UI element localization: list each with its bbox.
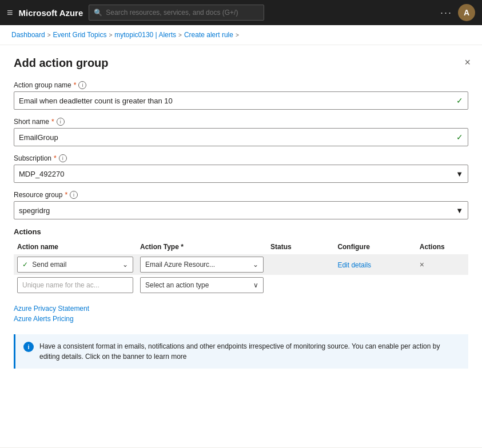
breadcrumb-sep-4: >: [236, 32, 239, 38]
col-header-configure: Configure: [334, 241, 416, 254]
empty-configure-cell: [334, 275, 416, 295]
empty-actions-cell: [416, 275, 468, 295]
privacy-links: Azure Privacy Statement Azure Alerts Pri…: [14, 305, 468, 323]
configure-cell: Edit details: [334, 254, 416, 275]
breadcrumb: Dashboard > Event Grid Topics > mytopic0…: [0, 25, 482, 45]
action-name-dropdown[interactable]: ✓ Send email ⌄: [17, 257, 133, 273]
col-header-action-type: Action Type *: [137, 241, 267, 254]
app-title: Microsoft Azure: [19, 8, 83, 18]
search-icon: 🔍: [94, 9, 102, 17]
action-group-name-input[interactable]: Email when deadletter count is greater t…: [14, 91, 468, 110]
subscription-label: Subscription * i: [14, 154, 468, 162]
actions-table: Action name Action Type * Status Configu…: [14, 241, 468, 295]
short-name-required-star: *: [51, 118, 54, 126]
resource-group-chevron-icon: ▼: [456, 206, 463, 215]
info-banner: i Have a consistent format in emails, no…: [14, 334, 468, 369]
alerts-pricing-link[interactable]: Azure Alerts Pricing: [14, 315, 468, 323]
subscription-value: MDP_492270: [19, 170, 65, 178]
privacy-statement-link[interactable]: Azure Privacy Statement: [14, 305, 468, 313]
resource-group-section: Resource group * i spegridrg ▼: [14, 191, 468, 219]
remove-action-button[interactable]: ×: [420, 260, 424, 269]
status-cell: [267, 254, 334, 275]
empty-action-name-cell: Unique name for the ac...: [14, 275, 137, 295]
top-nav: ≡ Microsoft Azure 🔍 ··· A: [0, 0, 482, 25]
action-group-name-check-icon: ✓: [456, 96, 463, 105]
action-group-name-info-icon[interactable]: i: [78, 81, 86, 89]
subscription-info-icon[interactable]: i: [59, 154, 67, 162]
action-group-name-value: Email when deadletter count is greater t…: [19, 97, 173, 105]
search-input[interactable]: [106, 9, 258, 17]
breadcrumb-sep-2: >: [109, 32, 112, 38]
empty-action-name-placeholder: Unique name for the ac...: [22, 281, 99, 289]
more-options-icon[interactable]: ···: [440, 7, 452, 19]
action-group-name-section: Action group name * i Email when deadlet…: [14, 81, 468, 110]
page-title: Add action group: [14, 57, 468, 70]
empty-action-type-dropdown[interactable]: Select an action type ∨: [140, 277, 264, 293]
info-banner-text: Have a consistent format in emails, noti…: [39, 341, 460, 362]
col-header-actions: Actions: [416, 241, 468, 254]
action-name-chevron-icon: ⌄: [122, 261, 128, 269]
empty-action-type-cell: Select an action type ∨: [137, 275, 267, 295]
empty-action-type-chevron-icon: ∨: [253, 281, 258, 289]
empty-status-cell: [267, 275, 334, 295]
main-content: Add action group × Action group name * i…: [0, 45, 482, 447]
actions-section: Actions Action name Action Type * Status…: [14, 227, 468, 295]
col-header-status: Status: [267, 241, 334, 254]
required-star: *: [74, 81, 77, 89]
resource-group-label: Resource group * i: [14, 191, 468, 199]
empty-action-type-placeholder: Select an action type: [145, 281, 209, 289]
table-row: ✓ Send email ⌄ Email Azure Resourc... ⌄: [14, 254, 468, 275]
info-banner-icon: i: [23, 342, 34, 352]
action-group-name-label: Action group name * i: [14, 81, 468, 89]
breadcrumb-sep-1: >: [47, 32, 51, 38]
short-name-input[interactable]: EmailGroup ✓: [14, 128, 468, 146]
table-row-empty: Unique name for the ac... Select an acti…: [14, 275, 468, 295]
search-bar[interactable]: 🔍: [89, 5, 264, 21]
col-header-action-name: Action name: [14, 241, 137, 254]
action-name-check-icon: ✓: [22, 261, 28, 269]
short-name-label: Short name * i: [14, 118, 468, 126]
subscription-dropdown[interactable]: MDP_492270 ▼: [14, 165, 468, 183]
breadcrumb-event-grid[interactable]: Event Grid Topics: [53, 31, 107, 39]
short-name-value: EmailGroup: [19, 133, 58, 142]
subscription-required-star: *: [54, 154, 57, 162]
breadcrumb-dashboard[interactable]: Dashboard: [11, 31, 45, 39]
empty-action-name-input[interactable]: Unique name for the ac...: [17, 277, 133, 293]
actions-section-label: Actions: [14, 227, 468, 236]
subscription-chevron-icon: ▼: [456, 170, 463, 178]
actions-cell: ×: [416, 254, 468, 275]
action-type-dropdown[interactable]: Email Azure Resourc... ⌄: [140, 257, 264, 273]
action-name-value: Send email: [32, 261, 66, 269]
action-type-value: Email Azure Resourc...: [145, 261, 215, 269]
short-name-check-icon: ✓: [456, 133, 463, 142]
resource-group-required-star: *: [65, 191, 67, 199]
action-type-cell: Email Azure Resourc... ⌄: [137, 254, 267, 275]
resource-group-dropdown[interactable]: spegridrg ▼: [14, 201, 468, 219]
resource-group-value: spegridrg: [19, 206, 50, 215]
breadcrumb-alerts[interactable]: mytopic0130 | Alerts: [114, 31, 176, 39]
breadcrumb-sep-3: >: [178, 32, 182, 38]
hamburger-icon[interactable]: ≡: [7, 7, 13, 19]
short-name-info-icon[interactable]: i: [57, 118, 65, 126]
resource-group-info-icon[interactable]: i: [70, 191, 78, 199]
subscription-section: Subscription * i MDP_492270 ▼: [14, 154, 468, 183]
breadcrumb-create-alert[interactable]: Create alert rule: [184, 31, 233, 39]
short-name-section: Short name * i EmailGroup ✓: [14, 118, 468, 146]
edit-details-link[interactable]: Edit details: [337, 261, 371, 269]
close-button[interactable]: ×: [464, 57, 471, 69]
avatar[interactable]: A: [458, 4, 475, 21]
action-type-chevron-icon: ⌄: [253, 261, 258, 269]
action-name-cell: ✓ Send email ⌄: [14, 254, 137, 275]
